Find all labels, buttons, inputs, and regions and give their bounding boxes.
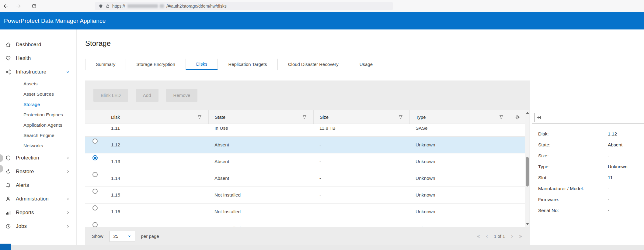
detail-label: Manufacturer / Model: xyxy=(538,186,584,191)
row-radio[interactable] xyxy=(92,205,98,211)
table-row[interactable]: 1.15 Not Installed - Unknown xyxy=(85,187,525,204)
page-size-value: 25 xyxy=(113,234,119,239)
page-size-select[interactable]: 25 xyxy=(110,231,135,242)
tab-replication-targets[interactable]: Replication Targets xyxy=(218,59,277,70)
bar-chart-icon xyxy=(5,209,12,216)
filter-icon[interactable] xyxy=(197,115,202,119)
chevron-right-icon xyxy=(66,170,70,173)
browser-refresh-icon[interactable] xyxy=(30,3,37,9)
blink-led-button[interactable]: Blink LED xyxy=(93,89,128,102)
sidebar-item-infrastructure[interactable]: Infrastructure xyxy=(0,65,76,79)
table-row-partial[interactable]: 1.17 Not Installed - Unknown xyxy=(85,220,525,227)
table-body: 1.11 In Use 11.8 TB SASe 1.12 Absent - U… xyxy=(85,124,525,227)
app-header: PowerProtect Data Manager Appliance xyxy=(0,12,644,29)
column-header-type: Type xyxy=(409,110,510,124)
table-header: Disk State Size xyxy=(85,110,525,124)
sidebar-item-restore[interactable]: Restore xyxy=(0,165,76,178)
row-radio[interactable] xyxy=(92,189,98,194)
sidebar-item-reports[interactable]: Reports xyxy=(0,206,76,219)
detail-field: Type: Unknown xyxy=(538,161,641,172)
column-header-size: Size xyxy=(313,110,409,124)
sidebar-item-storage[interactable]: Storage xyxy=(0,99,76,110)
chevron-right-icon xyxy=(66,211,70,214)
sidebar-item-dashboard[interactable]: Dashboard xyxy=(0,38,76,51)
infrastructure-submenu: Assets Asset Sources Storage Protection … xyxy=(0,79,76,151)
filter-icon[interactable] xyxy=(399,115,403,119)
detail-label: Type: xyxy=(538,164,550,170)
collapse-panel-button[interactable] xyxy=(534,113,543,122)
last-page-icon[interactable]: » xyxy=(519,233,522,239)
sidebar-item-assets[interactable]: Assets xyxy=(0,79,76,89)
sidebar-item-networks[interactable]: Networks xyxy=(0,141,76,151)
next-page-icon[interactable]: › xyxy=(511,233,513,239)
cell-disk: 1.15 xyxy=(105,192,208,198)
browser-forward-icon[interactable] xyxy=(15,3,22,9)
pagination: « ‹ 1 of 1 › » xyxy=(477,233,522,239)
row-radio[interactable] xyxy=(92,172,98,177)
filter-icon[interactable] xyxy=(499,115,503,119)
per-page-label: per page xyxy=(141,234,159,239)
tab-bar: Summary Storage Encryption Disks Replica… xyxy=(85,59,383,70)
sidebar-item-label: Restore xyxy=(16,169,34,175)
home-icon xyxy=(5,41,12,48)
cell-state: Not Installed xyxy=(208,192,313,198)
detail-field: Size: - xyxy=(538,150,641,161)
detail-field: Manufacturer / Model: - xyxy=(538,183,641,194)
tab-storage-encryption[interactable]: Storage Encryption xyxy=(126,59,186,70)
cell-size: - xyxy=(313,159,409,164)
table-row[interactable]: 1.13 Absent - Unknown xyxy=(85,153,525,170)
cell-type: SASe xyxy=(409,125,525,131)
sidebar-item-protection-engines[interactable]: Protection Engines xyxy=(0,110,76,120)
sidebar-item-asset-sources[interactable]: Asset Sources xyxy=(0,89,76,99)
tab-summary[interactable]: Summary xyxy=(85,59,126,70)
row-radio-checked[interactable] xyxy=(92,155,98,160)
table-row-selected[interactable]: 1.12 Absent - Unknown xyxy=(85,137,525,153)
lock-icon xyxy=(106,4,110,9)
table-row[interactable]: 1.16 Not Installed - Unknown xyxy=(85,204,525,220)
details-separator xyxy=(532,123,644,124)
sidebar-item-jobs[interactable]: Jobs xyxy=(0,219,76,233)
sidebar-item-label: Protection xyxy=(16,155,39,161)
table-footer: Show 25 per page « ‹ 1 of 1 › » xyxy=(85,227,530,245)
cell-size: 11.8 TB xyxy=(313,125,409,131)
sidebar-item-application-agents[interactable]: Application Agents xyxy=(0,120,76,130)
scrollbar-thumb[interactable] xyxy=(526,157,529,187)
cell-size: - xyxy=(313,176,409,181)
browser-back-icon[interactable] xyxy=(2,3,9,9)
sidebar-item-alerts[interactable]: Alerts xyxy=(0,178,76,192)
address-bar[interactable]: https:// /#/auth2/storage/ddem/hw/disks xyxy=(95,2,393,10)
sidebar: Dashboard Health Infrastructure Assets A… xyxy=(0,29,77,245)
table-row[interactable]: 1.14 Absent - Unknown xyxy=(85,170,525,187)
gear-icon[interactable] xyxy=(515,115,520,120)
prev-page-icon[interactable]: ‹ xyxy=(486,233,488,239)
row-radio[interactable] xyxy=(92,139,98,144)
detail-field: Firmware: - xyxy=(538,194,641,205)
app-title: PowerProtect Data Manager Appliance xyxy=(4,18,106,24)
detail-label: Disk: xyxy=(538,131,548,137)
infrastructure-icon xyxy=(5,69,12,75)
remove-button[interactable]: Remove xyxy=(166,89,198,102)
filter-icon[interactable] xyxy=(302,115,307,119)
table-row[interactable]: 1.11 In Use 11.8 TB SASe xyxy=(85,124,525,137)
cell-size: - xyxy=(313,192,409,198)
detail-value: Unknown xyxy=(608,164,628,170)
sidebar-item-health[interactable]: Health xyxy=(0,51,76,65)
add-button[interactable]: Add xyxy=(136,89,158,102)
disks-table-card: Blink LED Add Remove Disk State xyxy=(85,80,530,245)
tab-usage[interactable]: Usage xyxy=(349,59,383,70)
sidebar-item-search-engine[interactable]: Search Engine xyxy=(0,130,76,141)
tab-disks[interactable]: Disks xyxy=(186,59,218,70)
tab-cloud-disaster-recovery[interactable]: Cloud Disaster Recovery xyxy=(277,59,349,70)
cell-state: Absent xyxy=(208,159,313,164)
sidebar-item-protection[interactable]: Protection xyxy=(0,151,76,165)
scroll-down-icon[interactable] xyxy=(526,223,529,225)
table-scrollbar[interactable] xyxy=(525,110,530,227)
row-radio[interactable] xyxy=(92,222,98,227)
sidebar-item-administration[interactable]: Administration xyxy=(0,192,76,206)
detail-value: Absent xyxy=(608,142,622,148)
cell-type: Unknown xyxy=(409,176,525,181)
bell-icon xyxy=(5,182,12,189)
scroll-up-icon[interactable] xyxy=(526,112,529,114)
first-page-icon[interactable]: « xyxy=(477,233,480,239)
cell-state: In Use xyxy=(208,125,313,131)
